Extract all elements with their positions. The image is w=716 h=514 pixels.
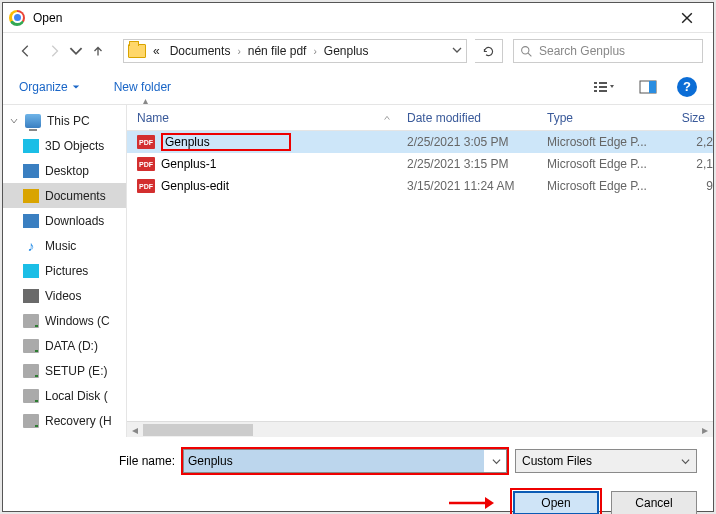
history-dropdown[interactable] <box>69 38 83 64</box>
open-dialog: Open « Documents › nén file pdf › Genplu… <box>2 2 714 512</box>
file-type: Microsoft Edge P... <box>547 179 665 193</box>
pc-icon <box>25 114 41 128</box>
search-icon <box>520 45 533 58</box>
pdf-icon: PDF <box>137 179 155 193</box>
column-headers: Name Date modified Type Size <box>127 105 713 131</box>
view-mode-button[interactable] <box>589 76 619 98</box>
column-name[interactable]: Name <box>137 111 407 125</box>
file-pane: Name Date modified Type Size PDF Genplus… <box>127 105 713 437</box>
file-date: 3/15/2021 11:24 AM <box>407 179 547 193</box>
window-title: Open <box>33 11 667 25</box>
column-size[interactable]: Size <box>665 111 713 125</box>
file-date: 2/25/2021 3:15 PM <box>407 157 547 171</box>
pictures-icon <box>23 264 39 278</box>
sidebar-item-downloads[interactable]: Downloads <box>3 208 126 233</box>
breadcrumb-item[interactable]: Documents <box>167 44 234 58</box>
annotation-arrow-icon <box>447 495 495 511</box>
search-placeholder: Search Genplus <box>539 44 625 58</box>
search-input[interactable]: Search Genplus <box>513 39 703 63</box>
music-icon: ♪ <box>23 239 39 253</box>
file-date: 2/25/2021 3:05 PM <box>407 135 547 149</box>
svg-rect-6 <box>599 90 607 92</box>
navbar: « Documents › nén file pdf › Genplus Sea… <box>3 33 713 69</box>
sidebar-item-3d-objects[interactable]: 3D Objects <box>3 133 126 158</box>
filetype-label: Custom Files <box>522 454 592 468</box>
titlebar: Open <box>3 3 713 33</box>
sidebar: This PC 3D Objects Desktop Documents Dow… <box>3 105 127 437</box>
sidebar-item-drive-c[interactable]: Windows (C <box>3 308 126 333</box>
open-button[interactable]: Open <box>513 491 599 514</box>
address-dropdown[interactable] <box>452 44 462 58</box>
chevron-down-icon <box>9 116 19 126</box>
new-folder-button[interactable]: New folder <box>114 80 171 94</box>
column-date[interactable]: Date modified <box>407 111 547 125</box>
file-row[interactable]: PDF Genplus-1 2/25/2021 3:15 PM Microsof… <box>127 153 713 175</box>
file-type: Microsoft Edge P... <box>547 157 665 171</box>
refresh-button[interactable] <box>475 39 503 63</box>
drive-icon <box>23 314 39 328</box>
cancel-button[interactable]: Cancel <box>611 491 697 514</box>
3d-objects-icon <box>23 139 39 153</box>
sidebar-item-drive-e[interactable]: SETUP (E:) <box>3 358 126 383</box>
breadcrumb-item[interactable]: Genplus <box>321 44 372 58</box>
file-row[interactable]: PDF Genplus 2/25/2021 3:05 PM Microsoft … <box>127 131 713 153</box>
forward-button[interactable] <box>41 38 67 64</box>
help-button[interactable]: ? <box>677 77 697 97</box>
svg-rect-2 <box>594 86 597 88</box>
file-name: Genplus <box>161 133 291 151</box>
desktop-icon <box>23 164 39 178</box>
file-list: PDF Genplus 2/25/2021 3:05 PM Microsoft … <box>127 131 713 421</box>
svg-rect-8 <box>649 81 656 93</box>
preview-pane-button[interactable] <box>633 76 663 98</box>
documents-icon <box>23 189 39 203</box>
chevron-right-icon: › <box>313 46 316 57</box>
sidebar-item-drive-d[interactable]: DATA (D:) <box>3 333 126 358</box>
pdf-icon: PDF <box>137 157 155 171</box>
chevron-down-icon <box>681 457 690 466</box>
svg-rect-3 <box>594 90 597 92</box>
up-button[interactable] <box>85 38 111 64</box>
drive-icon <box>23 364 39 378</box>
sidebar-item-desktop[interactable]: Desktop <box>3 158 126 183</box>
chevron-right-icon: › <box>237 46 240 57</box>
sidebar-item-pictures[interactable]: Pictures <box>3 258 126 283</box>
file-type: Microsoft Edge P... <box>547 135 665 149</box>
file-row[interactable]: PDF Genplus-edit 3/15/2021 11:24 AM Micr… <box>127 175 713 197</box>
file-size: 2,2 <box>665 135 713 149</box>
svg-rect-4 <box>599 82 607 84</box>
svg-rect-5 <box>599 86 607 88</box>
chrome-icon <box>9 10 25 26</box>
sidebar-item-drive-recovery[interactable]: Recovery (H <box>3 408 126 433</box>
column-type[interactable]: Type <box>547 111 665 125</box>
file-size: 2,1 <box>665 157 713 171</box>
filetype-select[interactable]: Custom Files <box>515 449 697 473</box>
toolbar: Organize New folder ? <box>3 69 713 105</box>
horizontal-scrollbar[interactable]: ◂ ▸ <box>127 421 713 437</box>
scroll-left-icon[interactable]: ◂ <box>127 423 143 437</box>
back-button[interactable] <box>13 38 39 64</box>
scroll-right-icon[interactable]: ▸ <box>697 423 713 437</box>
downloads-icon <box>23 214 39 228</box>
filename-input[interactable] <box>183 449 507 473</box>
filename-label: File name: <box>111 454 175 468</box>
sidebar-item-music[interactable]: ♪Music <box>3 233 126 258</box>
filename-field[interactable] <box>184 450 484 472</box>
sort-indicator-icon <box>383 114 391 122</box>
bottom-panel: File name: Custom Files Open Cancel <box>3 437 713 514</box>
folder-icon <box>128 44 146 58</box>
sidebar-item-drive-local[interactable]: Local Disk ( <box>3 383 126 408</box>
sidebar-this-pc[interactable]: This PC <box>3 108 126 133</box>
sidebar-item-documents[interactable]: Documents <box>3 183 126 208</box>
file-name: Genplus-1 <box>161 157 407 171</box>
drive-icon <box>23 339 39 353</box>
organize-menu[interactable]: Organize <box>19 80 80 94</box>
svg-point-0 <box>522 46 529 53</box>
breadcrumb-item[interactable]: nén file pdf <box>245 44 310 58</box>
address-bar[interactable]: « Documents › nén file pdf › Genplus <box>123 39 467 63</box>
sidebar-item-videos[interactable]: Videos <box>3 283 126 308</box>
breadcrumb-prefix: « <box>150 44 163 58</box>
scrollbar-thumb[interactable] <box>143 424 253 436</box>
filename-dropdown[interactable] <box>486 450 506 472</box>
close-button[interactable] <box>667 4 707 32</box>
pdf-icon: PDF <box>137 135 155 149</box>
